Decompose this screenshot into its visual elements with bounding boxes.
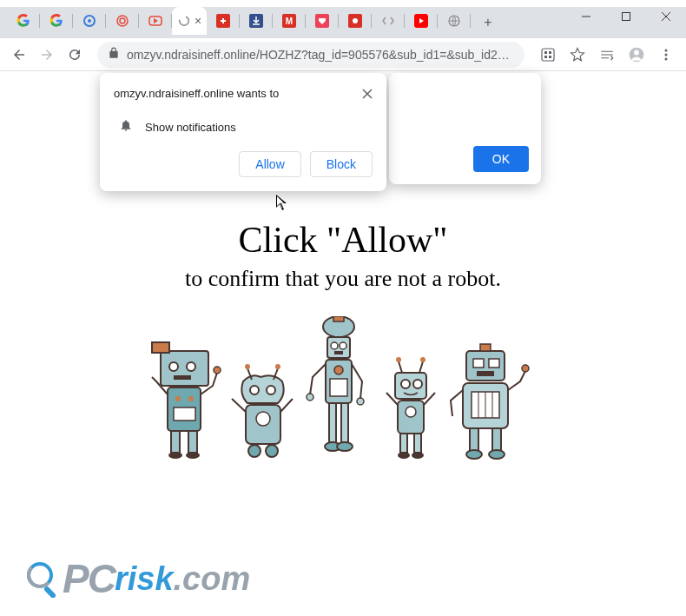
svg-rect-75 <box>414 434 421 453</box>
extension-icon[interactable] <box>535 42 561 68</box>
maximize-button[interactable] <box>606 3 646 30</box>
svg-rect-74 <box>400 434 407 453</box>
svg-rect-61 <box>329 403 336 442</box>
block-button[interactable]: Block <box>310 151 373 177</box>
download-icon <box>249 14 263 28</box>
close-window-button[interactable] <box>646 3 686 30</box>
svg-point-24 <box>665 53 668 56</box>
svg-point-1 <box>88 19 91 23</box>
allow-button[interactable]: Allow <box>239 151 300 177</box>
lock-icon <box>108 47 120 63</box>
notification-permission-dialog: omzyv.ndraisineff.online wants to Show n… <box>100 73 386 191</box>
permission-label: Show notifications <box>145 121 236 134</box>
tab-11[interactable] <box>339 9 372 33</box>
svg-point-70 <box>401 380 410 388</box>
svg-point-69 <box>420 357 425 362</box>
profile-icon[interactable] <box>623 42 650 68</box>
address-bar[interactable]: omzyv.ndraisineff.online/HOZHZ?tag_id=90… <box>97 42 524 68</box>
bookmark-icon[interactable] <box>564 42 590 68</box>
svg-rect-90 <box>492 428 501 451</box>
svg-rect-82 <box>477 371 494 376</box>
svg-rect-20 <box>549 56 551 58</box>
svg-rect-36 <box>171 431 180 453</box>
tab-8[interactable] <box>240 9 273 33</box>
svg-rect-18 <box>549 51 551 54</box>
tab-4[interactable] <box>106 9 139 33</box>
google-icon <box>49 14 63 28</box>
reload-button[interactable] <box>63 43 87 67</box>
cursor-icon <box>276 195 288 215</box>
svg-point-5 <box>180 17 189 26</box>
back-button[interactable] <box>7 43 31 67</box>
code-icon <box>381 14 395 28</box>
watermark-pc: PC <box>63 555 115 602</box>
tab-google-1[interactable] <box>7 9 40 33</box>
robots-illustration <box>0 316 686 490</box>
svg-rect-81 <box>489 359 499 368</box>
tab-active[interactable]: × <box>172 7 207 35</box>
tab-10[interactable] <box>306 9 339 33</box>
watermark-risk: risk <box>115 560 174 598</box>
svg-point-57 <box>334 366 343 374</box>
svg-rect-95 <box>43 586 57 598</box>
url-text: omzyv.ndraisineff.online/HOZHZ?tag_id=90… <box>127 48 514 62</box>
tab-9[interactable]: M <box>273 9 306 33</box>
svg-point-45 <box>267 386 275 394</box>
svg-point-38 <box>168 452 182 459</box>
tab-google-2[interactable] <box>40 9 73 33</box>
subline-text: to confirm that you are not a robot. <box>0 266 686 292</box>
svg-rect-17 <box>544 51 547 54</box>
magnifier-icon <box>24 560 63 598</box>
svg-point-48 <box>248 445 261 457</box>
google-icon <box>16 14 30 28</box>
tab-3[interactable] <box>73 9 106 33</box>
svg-point-35 <box>214 367 221 374</box>
svg-rect-58 <box>330 379 347 396</box>
svg-rect-27 <box>152 342 169 353</box>
svg-line-68 <box>419 361 423 373</box>
svg-point-73 <box>406 407 416 417</box>
svg-point-29 <box>187 362 195 371</box>
tab-close-icon[interactable]: × <box>195 14 201 28</box>
ok-button[interactable]: OK <box>473 146 529 172</box>
globe-icon <box>447 14 461 28</box>
target-icon <box>115 14 129 28</box>
forward-button[interactable] <box>35 43 59 67</box>
svg-point-88 <box>522 365 529 372</box>
svg-rect-51 <box>333 316 344 321</box>
svg-point-32 <box>175 396 181 401</box>
svg-rect-26 <box>161 351 208 386</box>
svg-point-60 <box>357 398 364 405</box>
permission-close-icon[interactable] <box>362 87 373 103</box>
youtube-icon <box>414 14 428 28</box>
media-icon[interactable] <box>594 42 620 68</box>
svg-rect-16 <box>542 49 554 61</box>
svg-point-2 <box>117 16 128 26</box>
svg-rect-37 <box>188 431 197 453</box>
red-square-icon <box>216 14 230 28</box>
pocket-icon <box>315 14 329 28</box>
page-content: omzyv.ndraisineff.online wants to Show n… <box>0 71 686 616</box>
loading-icon <box>177 14 191 28</box>
svg-point-23 <box>665 49 668 51</box>
watermark-com: .com <box>174 560 251 598</box>
tab-12[interactable] <box>372 9 405 33</box>
svg-point-59 <box>307 394 313 401</box>
tab-7[interactable] <box>207 9 240 33</box>
svg-rect-55 <box>334 351 343 354</box>
headline-text: Click "Allow" <box>0 219 686 261</box>
tab-13[interactable] <box>405 9 438 33</box>
minimize-button[interactable] <box>566 3 606 30</box>
svg-point-43 <box>275 364 280 369</box>
svg-point-67 <box>396 357 401 362</box>
tab-14[interactable] <box>438 9 471 33</box>
svg-rect-30 <box>174 375 191 380</box>
bell-icon <box>119 118 133 136</box>
tab-5[interactable] <box>139 9 172 33</box>
new-tab-button[interactable]: + <box>476 10 500 35</box>
svg-point-22 <box>634 50 639 55</box>
svg-rect-80 <box>473 359 484 368</box>
menu-icon[interactable] <box>653 42 679 68</box>
svg-rect-89 <box>470 428 478 451</box>
svg-rect-62 <box>341 403 348 442</box>
